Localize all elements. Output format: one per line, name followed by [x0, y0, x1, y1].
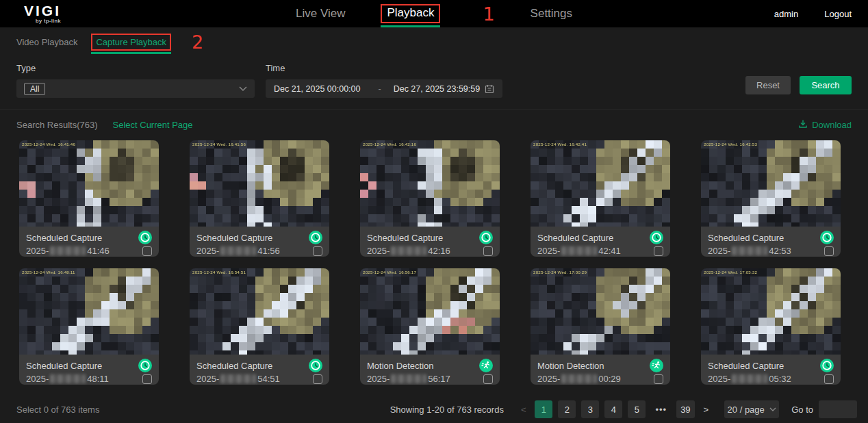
- select-checkbox[interactable]: [483, 246, 493, 256]
- tab-capture-playback-wrap: Capture Playback: [91, 34, 171, 51]
- capture-card[interactable]: 2025-12-24 Wed. 16:41:46 Scheduled Captu…: [19, 140, 159, 257]
- capture-card[interactable]: 2025-12-24 Wed. 16:41:56 Scheduled Captu…: [190, 140, 329, 257]
- capture-thumbnail[interactable]: 2025-12-24 Wed. 16:42:41: [531, 140, 670, 227]
- goto-page-input[interactable]: [819, 400, 857, 418]
- capture-thumbnail[interactable]: 2025-12-24 Wed. 16:56:17: [360, 268, 500, 355]
- capture-card[interactable]: 2025-12-24 Wed. 16:54:51 Scheduled Captu…: [190, 268, 329, 385]
- capture-card-footer: Scheduled Capture 2025-54:51: [190, 355, 329, 384]
- tab-playback[interactable]: Playback: [387, 6, 434, 19]
- osd-timestamp: 2025-12-24 Wed. 16:48:11: [22, 270, 75, 274]
- page-button-39[interactable]: 39: [676, 400, 694, 418]
- capture-thumbnail[interactable]: 2025-12-24 Wed. 16:41:56: [190, 140, 329, 227]
- type-select[interactable]: All: [16, 79, 255, 98]
- select-checkbox[interactable]: [824, 246, 834, 256]
- capture-thumbnail[interactable]: 2025-12-24 Wed. 17:05:32: [701, 268, 841, 355]
- capture-card[interactable]: 2025-12-24 Wed. 16:42:41 Scheduled Captu…: [531, 140, 670, 257]
- select-checkbox[interactable]: [142, 246, 152, 256]
- capture-card[interactable]: 2025-12-24 Wed. 16:56:17 Motion Detectio…: [360, 268, 500, 385]
- timestamp-redacted-block: [732, 374, 767, 383]
- logout-link[interactable]: Logout: [824, 9, 852, 19]
- capture-thumbnail[interactable]: 2025-12-24 Wed. 17:00:29: [531, 268, 670, 355]
- tab-video-playback[interactable]: Video Playback: [16, 37, 77, 47]
- page-button-2[interactable]: 2: [558, 400, 576, 418]
- page-button-5[interactable]: 5: [628, 400, 646, 418]
- capture-thumbnail[interactable]: 2025-12-24 Wed. 16:48:11: [19, 268, 159, 355]
- time-label: Time: [266, 63, 502, 73]
- capture-type-label: Scheduled Capture: [26, 361, 102, 371]
- thumbnail-image: [19, 268, 159, 355]
- timestamp-redacted-block: [220, 374, 256, 383]
- capture-card-footer: Motion Detection 2025-00:29: [531, 355, 670, 384]
- capture-timestamp: 2025-56:17: [367, 374, 450, 384]
- capture-type-label: Scheduled Capture: [367, 233, 443, 243]
- time-start-value: Dec 21, 2025 00:00:00: [274, 84, 361, 94]
- next-page-icon[interactable]: >: [700, 405, 713, 415]
- showing-records-label: Showing 1-20 of 763 records: [390, 405, 504, 415]
- capture-card[interactable]: 2025-12-24 Wed. 17:00:29 Motion Detectio…: [531, 268, 670, 385]
- thumbnail-image: [701, 140, 841, 227]
- timestamp-redacted-block: [50, 374, 86, 383]
- filter-section: Type All Time Dec 21, 2025 00:00:00 - De…: [0, 56, 868, 110]
- select-checkbox[interactable]: [142, 374, 152, 384]
- capture-thumbnail[interactable]: 2025-12-24 Wed. 16:42:53: [701, 140, 841, 227]
- capture-thumbnail[interactable]: 2025-12-24 Wed. 16:54:51: [190, 268, 329, 355]
- capture-thumbnail[interactable]: 2025-12-24 Wed. 16:42:16: [360, 140, 500, 227]
- page-button-4[interactable]: 4: [604, 400, 622, 418]
- download-label: Download: [812, 120, 852, 130]
- vigi-logo: VIGI by tp-link: [24, 3, 61, 24]
- tab-live-view[interactable]: Live View: [296, 7, 345, 21]
- capture-type-label: Motion Detection: [367, 361, 434, 371]
- timestamp-redacted-block: [391, 374, 426, 383]
- results-header: Search Results(763) Select Current Page …: [0, 110, 868, 139]
- select-checkbox[interactable]: [483, 374, 493, 384]
- page-button-1[interactable]: 1: [535, 400, 552, 418]
- capture-type-label: Scheduled Capture: [196, 233, 272, 243]
- reset-button[interactable]: Reset: [745, 76, 791, 94]
- select-checkbox[interactable]: [654, 374, 663, 384]
- annotation-number-1: 1: [483, 5, 494, 23]
- select-checkbox[interactable]: [654, 246, 663, 256]
- clock-icon: [650, 231, 663, 244]
- timestamp-time: 48:11: [87, 374, 109, 384]
- capture-type-label: Scheduled Capture: [708, 233, 784, 243]
- page-button-3[interactable]: 3: [581, 400, 599, 418]
- osd-timestamp: 2025-12-24 Wed. 17:05:32: [704, 270, 757, 274]
- timestamp-prefix: 2025-: [708, 246, 730, 256]
- page-size-select[interactable]: 20 / page: [724, 400, 779, 418]
- select-current-page-link[interactable]: Select Current Page: [113, 120, 193, 130]
- time-range-picker[interactable]: Dec 21, 2025 00:00:00 - Dec 27, 2025 23:…: [266, 79, 502, 98]
- prev-page-icon[interactable]: <: [518, 405, 530, 415]
- capture-card-footer: Motion Detection 2025-56:17: [360, 355, 500, 384]
- type-filter-group: Type All: [16, 63, 255, 98]
- search-button[interactable]: Search: [800, 76, 852, 94]
- tab-settings[interactable]: Settings: [531, 7, 572, 21]
- capture-card-footer: Scheduled Capture 2025-48:11: [19, 355, 159, 384]
- user-name[interactable]: admin: [774, 9, 798, 19]
- timestamp-time: 42:41: [598, 246, 621, 256]
- download-link[interactable]: Download: [798, 119, 852, 131]
- tab-capture-playback[interactable]: Capture Playback: [96, 37, 166, 47]
- timestamp-time: 05:32: [769, 374, 791, 384]
- page-ellipsis[interactable]: •••: [651, 400, 671, 418]
- chevron-down-icon: [769, 407, 776, 412]
- osd-timestamp: 2025-12-24 Wed. 16:41:46: [22, 142, 75, 146]
- clock-icon: [479, 231, 493, 244]
- capture-type-label: Scheduled Capture: [196, 361, 272, 371]
- select-checkbox[interactable]: [313, 246, 322, 256]
- select-checkbox[interactable]: [824, 374, 834, 384]
- capture-timestamp: 2025-42:53: [708, 246, 791, 256]
- capture-card[interactable]: 2025-12-24 Wed. 16:48:11 Scheduled Captu…: [19, 268, 159, 385]
- capture-card[interactable]: 2025-12-24 Wed. 16:42:53 Scheduled Captu…: [701, 140, 841, 257]
- capture-card[interactable]: 2025-12-24 Wed. 17:05:32 Scheduled Captu…: [701, 268, 841, 385]
- timestamp-redacted-block: [50, 246, 86, 255]
- select-checkbox[interactable]: [313, 374, 322, 384]
- calendar-icon[interactable]: [485, 84, 494, 94]
- timestamp-time: 42:53: [769, 246, 791, 256]
- timestamp-time: 41:56: [257, 246, 280, 256]
- capture-card[interactable]: 2025-12-24 Wed. 16:42:16 Scheduled Captu…: [360, 140, 500, 257]
- capture-card-footer: Scheduled Capture 2025-05:32: [701, 355, 841, 384]
- clock-icon: [138, 231, 152, 244]
- osd-timestamp: 2025-12-24 Wed. 17:00:29: [533, 270, 587, 274]
- thumbnail-image: [701, 268, 841, 355]
- capture-thumbnail[interactable]: 2025-12-24 Wed. 16:41:46: [19, 140, 159, 227]
